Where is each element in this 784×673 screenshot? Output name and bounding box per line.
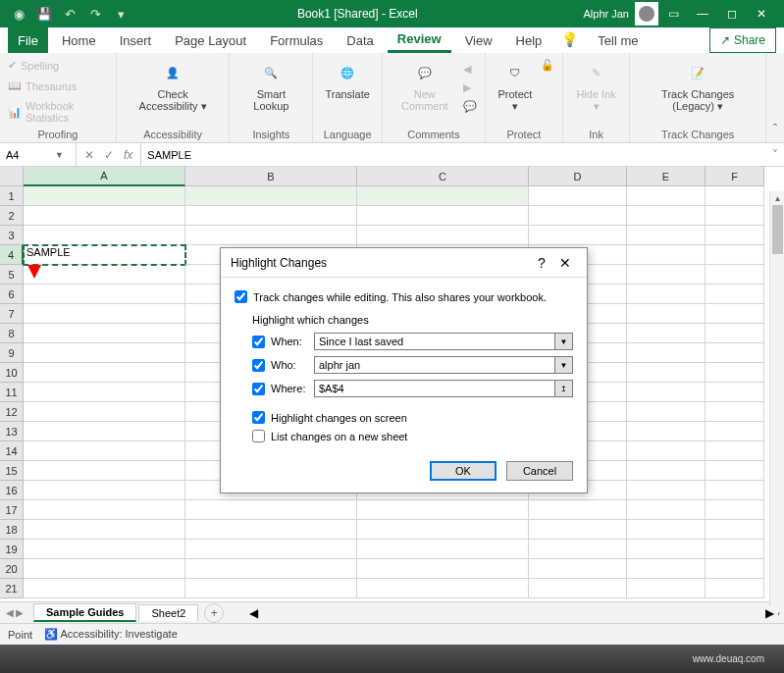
rowhead-19[interactable]: 19 [0, 540, 24, 559]
scroll-up-icon[interactable]: ▲ [770, 191, 784, 205]
track-changes-checkbox[interactable] [235, 290, 247, 303]
cell[interactable] [706, 540, 764, 559]
cell[interactable] [627, 383, 706, 402]
cell[interactable] [706, 481, 764, 500]
cell[interactable] [24, 402, 185, 422]
tab-insert[interactable]: Insert [110, 27, 162, 53]
user-area[interactable]: Alphr Jan [584, 2, 658, 26]
name-box-input[interactable] [6, 149, 55, 161]
cell[interactable] [627, 265, 706, 285]
tab-view[interactable]: View [455, 27, 502, 53]
rowhead-11[interactable]: 11 [0, 383, 24, 402]
rowhead-14[interactable]: 14 [0, 441, 24, 461]
cell[interactable] [627, 285, 706, 304]
cell[interactable] [627, 520, 706, 540]
cell[interactable] [627, 186, 706, 206]
cell[interactable] [627, 481, 706, 500]
cell[interactable] [24, 206, 185, 226]
rowhead-7[interactable]: 7 [0, 304, 24, 324]
spelling-cmd[interactable]: ✔Spelling [8, 57, 59, 74]
cell[interactable] [24, 285, 185, 304]
smart-lookup-cmd[interactable]: 🔍Smart Lookup [237, 57, 304, 114]
where-input[interactable] [314, 380, 555, 397]
sheet-nav-next-icon[interactable]: ▶ [16, 607, 24, 618]
undo-icon[interactable]: ↶ [59, 3, 80, 25]
rowhead-8[interactable]: 8 [0, 324, 24, 343]
cell[interactable] [706, 402, 764, 422]
cell[interactable] [706, 304, 764, 324]
scroll-thumb[interactable] [772, 205, 783, 254]
rowhead-21[interactable]: 21 [0, 579, 24, 598]
cell[interactable] [357, 559, 529, 579]
cell[interactable] [706, 422, 764, 441]
cell[interactable] [627, 226, 706, 245]
save-icon[interactable]: 💾 [33, 3, 55, 25]
tab-data[interactable]: Data [337, 27, 383, 53]
cell[interactable] [357, 500, 529, 520]
cell[interactable] [627, 500, 706, 520]
dialog-help-icon[interactable]: ? [530, 255, 553, 271]
maximize-icon[interactable]: ◻ [717, 0, 747, 27]
cell[interactable] [627, 304, 706, 324]
formula-input[interactable] [141, 143, 766, 166]
cell[interactable] [627, 245, 706, 265]
rowhead-17[interactable]: 17 [0, 500, 24, 520]
rowhead-16[interactable]: 16 [0, 481, 24, 500]
cell[interactable] [627, 461, 706, 481]
rowhead-10[interactable]: 10 [0, 363, 24, 383]
highlight-screen-label[interactable]: Highlight changes on screen [271, 412, 407, 424]
sheet-tab-sample-guides[interactable]: Sample Guides [33, 603, 136, 622]
cancel-formula-icon[interactable]: ✕ [84, 148, 94, 162]
who-checkbox[interactable] [252, 359, 265, 372]
enter-formula-icon[interactable]: ✓ [104, 148, 114, 162]
cell[interactable] [627, 441, 706, 461]
dialog-titlebar[interactable]: Highlight Changes ? ✕ [221, 248, 587, 278]
where-combo[interactable]: ↥ [314, 380, 573, 397]
ribbon-display-icon[interactable]: ▭ [658, 0, 688, 27]
accessibility-status[interactable]: ♿ Accessibility: Investigate [44, 628, 178, 641]
collapse-ribbon-icon[interactable]: ˆ [766, 53, 784, 142]
rowhead-2[interactable]: 2 [0, 206, 24, 226]
cell[interactable] [185, 559, 357, 579]
cell[interactable] [185, 186, 357, 206]
cell[interactable] [627, 343, 706, 363]
cell[interactable] [627, 402, 706, 422]
hscroll-right-icon[interactable]: ▶ [765, 606, 774, 620]
select-all-triangle[interactable] [0, 167, 24, 186]
rowhead-4[interactable]: 4 [0, 245, 24, 265]
tab-formulas[interactable]: Formulas [260, 27, 333, 53]
when-label[interactable]: When: [252, 336, 306, 348]
where-label[interactable]: Where: [252, 383, 306, 395]
who-input[interactable] [314, 356, 555, 374]
cell[interactable] [627, 422, 706, 441]
rowhead-12[interactable]: 12 [0, 402, 24, 422]
cell[interactable] [24, 343, 185, 363]
cell[interactable] [24, 481, 185, 500]
rowhead-15[interactable]: 15 [0, 461, 24, 481]
tell-me[interactable]: Tell me [588, 27, 648, 53]
rowhead-6[interactable]: 6 [0, 285, 24, 304]
cell[interactable] [357, 540, 529, 559]
list-sheet-label[interactable]: List changes on a new sheet [271, 431, 407, 442]
workbook-stats-cmd[interactable]: 📊Workbook Statistics [8, 98, 108, 126]
cell[interactable] [627, 324, 706, 343]
cell[interactable] [24, 324, 185, 343]
sheet-tab-sheet2[interactable]: Sheet2 [138, 604, 198, 621]
cell[interactable] [706, 226, 764, 245]
lightbulb-icon[interactable]: 💡 [555, 27, 584, 53]
colhead-b[interactable]: B [185, 167, 357, 186]
close-icon[interactable]: ✕ [747, 0, 776, 27]
cell[interactable] [706, 245, 764, 265]
when-dropdown-icon[interactable]: ▼ [555, 333, 573, 350]
cell[interactable] [529, 540, 627, 559]
list-sheet-checkbox[interactable] [252, 430, 265, 442]
cell[interactable] [357, 579, 529, 598]
cell[interactable] [706, 500, 764, 520]
cell[interactable] [529, 500, 627, 520]
where-checkbox[interactable] [252, 383, 265, 395]
tab-help[interactable]: Help [506, 27, 552, 53]
cell[interactable] [706, 579, 764, 598]
cell[interactable] [706, 265, 764, 285]
protect-cmd[interactable]: 🛡Protect ▾ [494, 57, 537, 115]
who-label[interactable]: Who: [252, 359, 306, 372]
